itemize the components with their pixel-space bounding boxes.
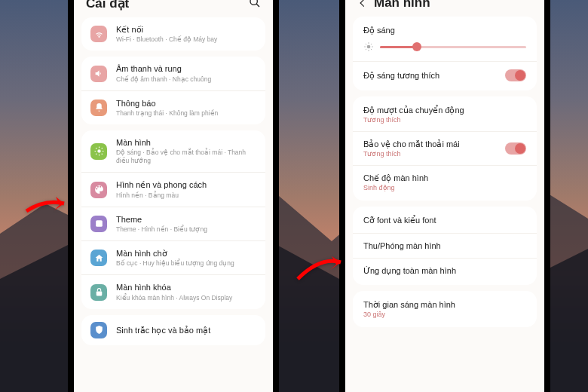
settings-group: Sinh trắc học và bảo mật	[81, 315, 265, 345]
setting-title: Màn hình chờ	[116, 248, 256, 259]
svg-line-5	[256, 4, 259, 7]
setting-subtitle: Bố cục · Huy hiệu biểu tượng ứng dụng	[116, 259, 256, 268]
slider-fill	[380, 46, 417, 48]
brightness-row[interactable]: Độ sáng	[353, 18, 537, 61]
bell-icon	[90, 100, 107, 116]
setting-subtitle: Wi-Fi · Bluetooth · Chế độ Máy bay	[116, 35, 256, 44]
svg-line-30	[371, 44, 372, 44]
setting-item-sound[interactable]: Âm thanh và rung Chế độ âm thanh · Nhạc …	[81, 57, 265, 90]
setting-subtitle: Kiểu khóa màn hình · Always On Display	[116, 294, 256, 302]
setting-title: Hình nền và phong cách	[116, 179, 256, 190]
eye-comfort-row[interactable]: Bảo vệ cho mắt thoải mái Tương thích	[353, 131, 537, 165]
setting-subtitle: Độ sáng · Bảo vệ cho mắt thoải mái · Tha…	[116, 149, 256, 165]
setting-item-wifi[interactable]: Kết nối Wi-Fi · Bluetooth · Chế độ Máy b…	[81, 17, 265, 51]
settings-group: Âm thanh và rung Chế độ âm thanh · Nhạc …	[81, 57, 265, 124]
svg-point-6	[97, 150, 100, 153]
setting-title: Thông báo	[116, 98, 256, 109]
phone-right-frame: 09:39 94% Màn hình Độ sáng	[339, 0, 550, 392]
lock-icon	[90, 284, 107, 301]
phone-left-screen: 09:22 ⋈ 79% Cài đặt Kế	[74, 0, 273, 392]
adaptive-brightness-row[interactable]: Độ sáng tương thích	[353, 61, 537, 89]
back-button[interactable]: Màn hình	[357, 0, 430, 11]
setting-subtitle: Thanh trạng thái · Không làm phiền	[116, 109, 256, 118]
sound-icon	[90, 66, 107, 82]
wifi-icon	[90, 26, 107, 42]
shield-icon	[90, 322, 107, 338]
setting-title: Theme	[116, 214, 256, 225]
settings-header: Cài đặt	[74, 0, 273, 17]
setting-subtitle: Hình nền · Bảng màu	[116, 191, 256, 200]
svg-rect-17	[96, 292, 102, 296]
adaptive-brightness-toggle[interactable]	[505, 69, 526, 81]
phone-left-frame: 09:22 ⋈ 79% Cài đặt Kế	[68, 0, 279, 392]
setting-item-theme[interactable]: Theme Theme · Hình nền · Biểu tượng	[81, 207, 265, 240]
setting-item-palette[interactable]: Hình nền và phong cách Hình nền · Bảng m…	[81, 172, 265, 206]
settings-group: Kết nối Wi-Fi · Bluetooth · Chế độ Máy b…	[81, 17, 265, 51]
svg-line-13	[96, 154, 96, 155]
svg-line-14	[101, 148, 102, 149]
sun-icon	[363, 41, 374, 52]
phone-right-screen: 09:39 94% Màn hình Độ sáng	[345, 0, 544, 392]
setting-item-sun[interactable]: Màn hình Độ sáng · Bảo vệ cho mắt thoải …	[81, 130, 265, 172]
theme-icon	[90, 216, 107, 232]
search-icon	[249, 0, 261, 8]
setting-item-home[interactable]: Màn hình chờ Bố cục · Huy hiệu biểu tượn…	[81, 240, 265, 274]
display-header: Màn hình	[345, 0, 544, 17]
setting-title: Kết nối	[116, 24, 256, 35]
eye-comfort-toggle[interactable]	[505, 142, 526, 155]
setting-item-lock[interactable]: Màn hình khóa Kiểu khóa màn hình · Alway…	[81, 274, 265, 308]
slider-thumb[interactable]	[412, 42, 421, 51]
screen-zoom-row[interactable]: Thu/Phóng màn hình	[353, 233, 537, 258]
setting-title: Sinh trắc học và bảo mật	[116, 325, 256, 335]
setting-title: Màn hình	[116, 137, 256, 148]
setting-item-shield[interactable]: Sinh trắc học và bảo mật	[81, 315, 265, 345]
svg-line-27	[366, 44, 366, 44]
setting-subtitle: Theme · Hình nền · Biểu tượng	[116, 225, 256, 234]
page-title: Màn hình	[374, 0, 430, 11]
brightness-slider[interactable]	[380, 46, 526, 48]
svg-rect-16	[96, 222, 98, 223]
setting-title: Âm thanh và rung	[116, 63, 256, 74]
svg-line-28	[371, 49, 372, 50]
chevron-left-icon	[357, 0, 368, 8]
screen-timeout-row[interactable]: Thời gian sáng màn hình 30 giây	[353, 292, 537, 326]
display-settings-list[interactable]: Độ sáng Độ sáng tương thích	[345, 17, 544, 392]
brightness-label: Độ sáng	[363, 26, 526, 35]
screen-mode-row[interactable]: Chế độ màn hình Sinh động	[353, 165, 537, 199]
svg-line-11	[96, 148, 96, 149]
home-icon	[90, 250, 107, 266]
svg-line-29	[366, 49, 366, 50]
svg-rect-15	[96, 221, 103, 228]
motion-smoothness-row[interactable]: Độ mượt của chuyển động Tương thích	[353, 98, 537, 131]
svg-point-22	[367, 45, 371, 49]
palette-icon	[90, 182, 107, 198]
page-title: Cài đặt	[86, 0, 129, 11]
setting-item-bell[interactable]: Thông báo Thanh trạng thái · Không làm p…	[81, 90, 265, 124]
search-button[interactable]	[249, 0, 261, 11]
settings-group: Màn hình Độ sáng · Bảo vệ cho mắt thoải …	[81, 130, 265, 309]
settings-list[interactable]: Kết nối Wi-Fi · Bluetooth · Chế độ Máy b…	[74, 17, 273, 392]
setting-subtitle: Chế độ âm thanh · Nhạc chuông	[116, 75, 256, 84]
fullscreen-apps-row[interactable]: Ứng dụng toàn màn hình	[353, 258, 537, 283]
svg-line-12	[101, 154, 102, 155]
setting-title: Màn hình khóa	[116, 282, 256, 292]
sun-icon	[90, 143, 107, 160]
font-size-style-row[interactable]: Cỡ font và kiểu font	[353, 208, 537, 233]
